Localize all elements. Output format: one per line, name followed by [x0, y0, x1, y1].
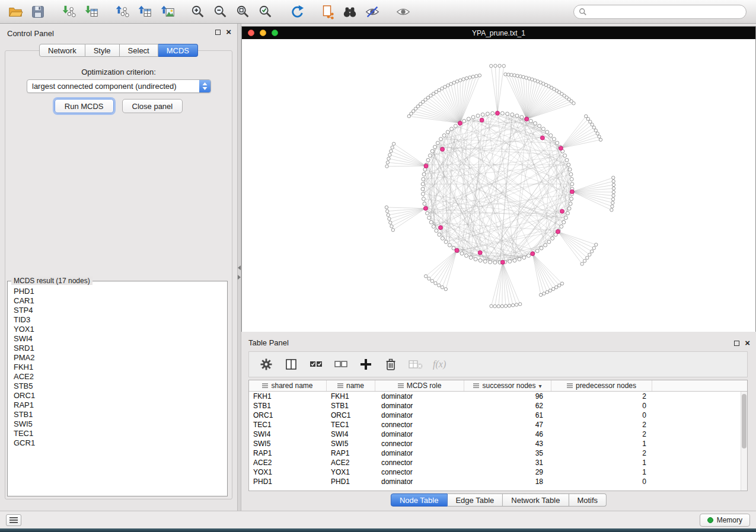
refresh-layout-button[interactable]: [286, 2, 307, 21]
run-mcds-button[interactable]: Run MCDS: [55, 99, 114, 113]
mcds-result-group: MCDS result (17 nodes) PHD1CAR1STP4TID3Y…: [7, 277, 228, 496]
column-header-name[interactable]: name: [327, 380, 375, 391]
add-column-button[interactable]: [358, 357, 374, 372]
gear-icon: [260, 358, 273, 371]
mcds-result-item[interactable]: PMA2: [14, 353, 221, 363]
show-columns-button[interactable]: [283, 357, 299, 372]
global-search-field[interactable]: [573, 5, 747, 19]
table-row[interactable]: PHD1 PHD1 dominator 18 0: [249, 477, 747, 486]
table-row[interactable]: ACE2 ACE2 connector 31 1: [249, 458, 747, 467]
import-network-button[interactable]: [58, 2, 79, 21]
export-network-button[interactable]: [111, 2, 133, 21]
mcds-result-item[interactable]: TID3: [14, 315, 221, 325]
mcds-result-item[interactable]: ORC1: [14, 391, 221, 400]
network-canvas[interactable]: [242, 39, 755, 332]
tab-motifs[interactable]: Motifs: [569, 493, 607, 507]
table-row[interactable]: TEC1 TEC1 connector 47 2: [249, 420, 747, 430]
cell-predecessor-nodes: 1: [551, 439, 652, 448]
mcds-result-item[interactable]: GCR1: [14, 438, 221, 448]
close-panel-icon[interactable]: ×: [226, 28, 231, 36]
export-table-button[interactable]: [134, 2, 155, 21]
collapse-left-icon[interactable]: [238, 265, 241, 270]
column-header-shared-name[interactable]: shared name: [249, 380, 327, 391]
memory-button[interactable]: Memory: [700, 514, 750, 527]
zoom-in-button[interactable]: [187, 2, 209, 21]
delete-column-button[interactable]: [383, 357, 398, 372]
tab-node-table[interactable]: Node Table: [391, 493, 448, 507]
scrollbar-thumb[interactable]: [742, 394, 747, 448]
table-row[interactable]: RAP1 RAP1 dominator 35 2: [249, 448, 747, 458]
deselect-all-icon: [334, 358, 348, 371]
minimize-window-icon[interactable]: [260, 30, 266, 36]
network-window-titlebar[interactable]: YPA_prune.txt_1: [242, 27, 755, 39]
maximize-window-icon[interactable]: [272, 30, 278, 36]
mcds-result-item[interactable]: STP4: [14, 306, 221, 315]
mcds-result-item[interactable]: PHD1: [14, 287, 221, 296]
mcds-result-item[interactable]: SRD1: [14, 344, 221, 353]
column-header-successor-nodes[interactable]: successor nodes ▾: [464, 380, 551, 391]
column-header-mcds-role[interactable]: MCDS role: [375, 380, 464, 391]
deselect-all-button[interactable]: [333, 357, 349, 372]
table-row[interactable]: YOX1 YOX1 connector 29 1: [249, 467, 747, 477]
save-session-button[interactable]: [27, 2, 49, 21]
tab-network-table[interactable]: Network Table: [503, 493, 569, 507]
cell-mcds-role: dominator: [375, 411, 464, 420]
tab-edge-table[interactable]: Edge Table: [447, 493, 503, 507]
tab-select[interactable]: Select: [120, 44, 158, 57]
criterion-select[interactable]: largest connected component (undirected): [27, 79, 211, 93]
hide-selected-button[interactable]: [362, 2, 383, 21]
table-row[interactable]: ORC1 ORC1 dominator 61 0: [249, 411, 747, 420]
mcds-result-item[interactable]: YOX1: [14, 325, 221, 334]
mcds-result-item[interactable]: TEC1: [14, 429, 221, 438]
mcds-result-item[interactable]: SWI5: [14, 419, 221, 429]
network-graph[interactable]: [242, 39, 755, 332]
column-header-predecessor-nodes[interactable]: predecessor nodes: [551, 380, 652, 391]
mcds-result-item[interactable]: FKH1: [14, 363, 221, 372]
mcds-result-item[interactable]: SWI4: [14, 334, 221, 344]
table-row[interactable]: SWI5 SWI5 connector 43 1: [249, 439, 747, 448]
mcds-result-item[interactable]: ACE2: [14, 372, 221, 382]
show-all-button[interactable]: [393, 2, 414, 21]
column-menu-icon[interactable]: [337, 383, 343, 389]
open-session-button[interactable]: [5, 2, 26, 21]
tab-style[interactable]: Style: [85, 44, 120, 57]
column-menu-icon[interactable]: [473, 383, 479, 389]
close-table-panel-icon[interactable]: ×: [745, 339, 750, 347]
mcds-result-list[interactable]: PHD1CAR1STP4TID3YOX1SWI4SRD1PMA2FKH1ACE2…: [8, 285, 227, 450]
zoom-selected-button[interactable]: [255, 2, 276, 21]
delete-table-button[interactable]: [408, 357, 423, 372]
select-all-button[interactable]: [308, 357, 324, 372]
table-scrollbar[interactable]: [741, 392, 747, 491]
column-menu-icon[interactable]: [398, 383, 404, 389]
close-window-icon[interactable]: [248, 30, 254, 36]
export-image-button[interactable]: [157, 2, 178, 21]
tab-network[interactable]: Network: [39, 44, 85, 57]
search-input[interactable]: [590, 8, 741, 16]
mcds-result-item[interactable]: RAP1: [14, 400, 221, 410]
table-settings-button[interactable]: [259, 357, 274, 372]
float-table-panel-icon[interactable]: [734, 341, 739, 346]
tab-mcds[interactable]: MCDS: [158, 44, 198, 57]
import-table-button[interactable]: [81, 2, 102, 21]
task-history-button[interactable]: [6, 514, 21, 526]
mcds-result-item[interactable]: STB1: [14, 410, 221, 419]
table-row[interactable]: STB1 STB1 dominator 62 0: [249, 401, 747, 411]
clone-network-button[interactable]: [317, 2, 338, 21]
expand-right-icon[interactable]: [238, 275, 241, 280]
table-row[interactable]: FKH1 FKH1 dominator 96 2: [249, 392, 747, 401]
chevron-down-icon[interactable]: ▾: [539, 383, 542, 389]
mcds-result-item[interactable]: STB5: [14, 382, 221, 391]
zoom-out-button[interactable]: [210, 2, 231, 21]
table-row[interactable]: SWI4 SWI4 dominator 46 2: [249, 430, 747, 439]
column-menu-icon[interactable]: [262, 383, 268, 389]
cell-name: SWI4: [327, 430, 375, 439]
mcds-result-item[interactable]: CAR1: [14, 296, 221, 306]
function-builder-button[interactable]: f(x): [433, 359, 446, 370]
zoom-fit-button[interactable]: [232, 2, 254, 21]
float-panel-icon[interactable]: [215, 30, 221, 35]
table-body: FKH1 FKH1 dominator 96 2 STB1 STB1 domin…: [249, 392, 747, 486]
close-panel-button[interactable]: Close panel: [122, 99, 183, 113]
search-network-button[interactable]: [339, 2, 361, 21]
clone-network-icon: [320, 4, 335, 20]
column-menu-icon[interactable]: [567, 383, 573, 389]
